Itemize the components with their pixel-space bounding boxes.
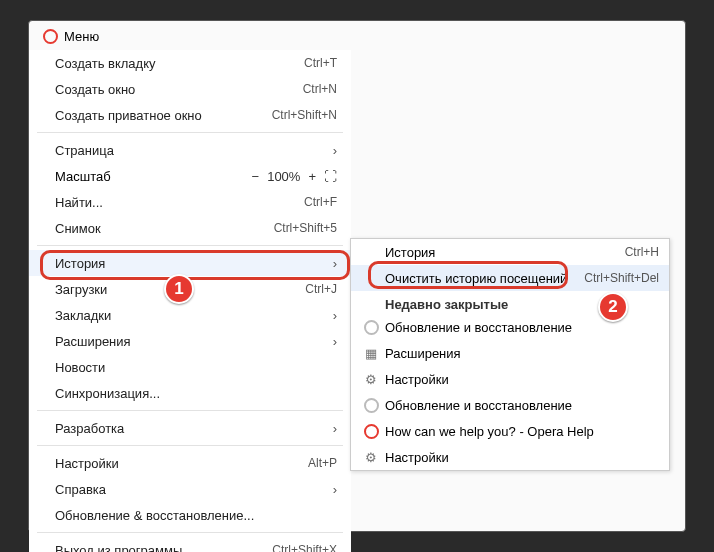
menu-item-bookmarks[interactable]: Закладки › <box>29 302 351 328</box>
menu-item-zoom: Масштаб − 100% + ⛶ <box>29 163 351 189</box>
puzzle-icon: ▦ <box>361 346 381 361</box>
menu-item-snapshot[interactable]: Снимок Ctrl+Shift+5 <box>29 215 351 241</box>
menu-item-news[interactable]: Новости <box>29 354 351 380</box>
label: Синхронизация... <box>55 386 337 401</box>
shortcut: Ctrl+Shift+5 <box>274 221 337 235</box>
separator <box>37 445 343 446</box>
opera-logo-icon <box>43 29 58 44</box>
shortcut: Ctrl+Shift+X <box>272 543 337 552</box>
submenu-item-update-restore-2[interactable]: Обновление и восстановление <box>351 392 669 418</box>
menu-item-settings[interactable]: Настройки Alt+P <box>29 450 351 476</box>
chevron-right-icon: › <box>327 421 337 436</box>
label: Обновление & восстановление... <box>55 508 337 523</box>
label: Создать вкладку <box>55 56 304 71</box>
zoom-out-button[interactable]: − <box>252 169 260 184</box>
zoom-value: 100% <box>267 169 300 184</box>
shortcut: Ctrl+Shift+N <box>272 108 337 122</box>
label: Создать окно <box>55 82 303 97</box>
menu-item-developer[interactable]: Разработка › <box>29 415 351 441</box>
fullscreen-icon[interactable]: ⛶ <box>324 169 337 184</box>
menu-item-find[interactable]: Найти... Ctrl+F <box>29 189 351 215</box>
submenu-item-clear-history[interactable]: Очистить историю посещений Ctrl+Shift+De… <box>351 265 669 291</box>
menu-item-new-window[interactable]: Создать окно Ctrl+N <box>29 76 351 102</box>
gear-icon: ⚙ <box>361 372 381 387</box>
submenu-item-settings[interactable]: ⚙ Настройки <box>351 366 669 392</box>
menu-item-sync[interactable]: Синхронизация... <box>29 380 351 406</box>
label: Снимок <box>55 221 274 236</box>
opera-logo-icon <box>361 424 381 439</box>
label: Обновление и восстановление <box>385 320 659 335</box>
menu-item-page[interactable]: Страница › <box>29 137 351 163</box>
gear-icon: ⚙ <box>361 450 381 465</box>
label: Закладки <box>55 308 321 323</box>
submenu-item-extensions[interactable]: ▦ Расширения <box>351 340 669 366</box>
chevron-right-icon: › <box>327 308 337 323</box>
menu-item-new-private-window[interactable]: Создать приватное окно Ctrl+Shift+N <box>29 102 351 128</box>
label: Создать приватное окно <box>55 108 272 123</box>
submenu-item-opera-help[interactable]: How can we help you? - Opera Help <box>351 418 669 444</box>
label: Настройки <box>385 372 659 387</box>
zoom-in-button[interactable]: + <box>308 169 316 184</box>
submenu-item-settings-2[interactable]: ⚙ Настройки <box>351 444 669 470</box>
label: Расширения <box>55 334 321 349</box>
label: История <box>385 245 625 260</box>
label: История <box>55 256 321 271</box>
history-submenu: История Ctrl+H Очистить историю посещени… <box>350 238 670 471</box>
menu-item-new-tab[interactable]: Создать вкладку Ctrl+T <box>29 50 351 76</box>
shortcut: Alt+P <box>308 456 337 470</box>
chevron-right-icon: › <box>327 334 337 349</box>
shortcut: Ctrl+T <box>304 56 337 70</box>
chevron-right-icon: › <box>327 482 337 497</box>
shortcut: Ctrl+H <box>625 245 659 259</box>
menu-item-exit[interactable]: Выход из программы Ctrl+Shift+X <box>29 537 351 552</box>
annotation-badge-1: 1 <box>164 274 194 304</box>
label: Масштаб <box>55 169 252 184</box>
chevron-right-icon: › <box>327 143 337 158</box>
label: Страница <box>55 143 321 158</box>
opera-logo-icon <box>361 398 381 413</box>
label: How can we help you? - Opera Help <box>385 424 659 439</box>
label: Выход из программы <box>55 543 272 553</box>
label: Настройки <box>385 450 659 465</box>
label: Разработка <box>55 421 321 436</box>
menu-item-history[interactable]: История › <box>29 250 351 276</box>
label: Найти... <box>55 195 304 210</box>
label: Справка <box>55 482 321 497</box>
separator <box>37 532 343 533</box>
menu-title: Меню <box>64 29 99 44</box>
opera-logo-icon <box>361 320 381 335</box>
shortcut: Ctrl+N <box>303 82 337 96</box>
label: Настройки <box>55 456 308 471</box>
menu-item-update-restore[interactable]: Обновление & восстановление... <box>29 502 351 528</box>
label: Расширения <box>385 346 659 361</box>
separator <box>37 132 343 133</box>
menu-header: Меню <box>29 21 685 50</box>
shortcut: Ctrl+J <box>305 282 337 296</box>
menu-item-extensions[interactable]: Расширения › <box>29 328 351 354</box>
submenu-item-history[interactable]: История Ctrl+H <box>351 239 669 265</box>
separator <box>37 245 343 246</box>
main-menu: Создать вкладку Ctrl+T Создать окно Ctrl… <box>29 50 351 552</box>
label: Очистить историю посещений <box>385 271 584 286</box>
label: Новости <box>55 360 337 375</box>
chevron-right-icon: › <box>327 256 337 271</box>
annotation-badge-2: 2 <box>598 292 628 322</box>
separator <box>37 410 343 411</box>
shortcut: Ctrl+Shift+Del <box>584 271 659 285</box>
menu-item-help[interactable]: Справка › <box>29 476 351 502</box>
label: Обновление и восстановление <box>385 398 659 413</box>
shortcut: Ctrl+F <box>304 195 337 209</box>
